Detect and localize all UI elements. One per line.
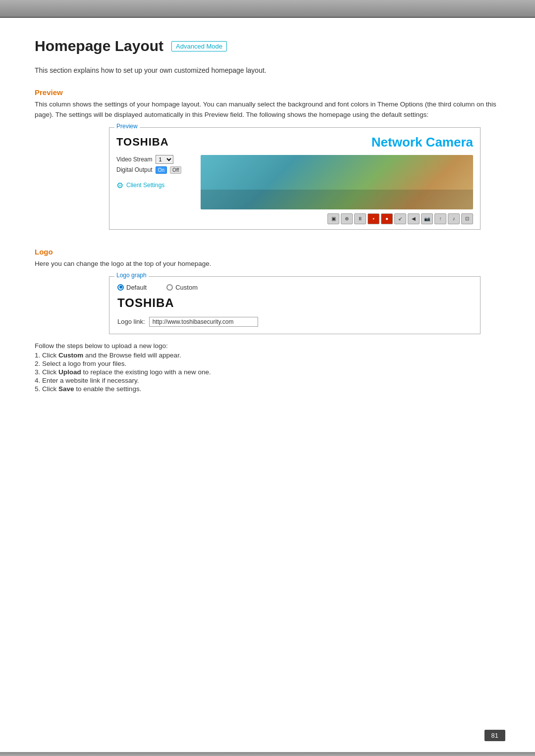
logo-link-label: Logo link: [117,318,145,325]
steps-list: 1. Click Custom and the Browse field wil… [35,352,500,393]
logo-link-row: Logo link: [117,317,472,327]
toolbar-icon-rec[interactable]: ▪ [368,213,379,224]
bottom-bar [0,752,535,756]
default-radio-button[interactable] [117,284,124,291]
toolbar-icon-fullscreen[interactable]: ⊡ [461,213,473,224]
steps-intro: Follow the steps below to upload a new l… [35,342,500,350]
toolbar-icon-audio[interactable]: ♪ [448,213,460,224]
custom-radio-item[interactable]: Custom [166,284,198,291]
step-5: 5. Click Save to enable the settings. [35,385,500,393]
toolbar-icon-down[interactable]: ↙ [394,213,406,224]
logo-link-input[interactable] [149,317,258,327]
client-settings-row: ⚙ Client Settings [116,181,196,190]
gear-icon: ⚙ [116,181,123,190]
logo-radio-row: Default Custom [117,284,472,291]
toshiba-logo-preview: TOSHIBA [116,136,169,149]
digital-output-label: Digital Output [116,166,153,173]
top-bar [0,0,535,18]
page-title: Homepage Layout [35,38,163,54]
page-title-row: Homepage Layout Advanced Mode [35,38,500,54]
step-3: 3. Click Upload to replace the existing … [35,368,500,376]
toolbar-icon-cam[interactable]: 📷 [421,213,433,224]
cam-toolbar: ▣ ⊕ ⏸ ▪ ● ↙ ◀ 📷 ↑ ♪ ⊡ [116,213,473,224]
video-stream-select[interactable]: 1 [156,155,173,164]
toolbar-icon-stop[interactable]: ● [381,213,393,224]
toolbar-icon-pause[interactable]: ⏸ [354,213,366,224]
cam-controls: Video Stream 1 Digital Output On Off ⚙ C… [116,155,196,209]
preview-box-label: Preview [114,123,140,130]
preview-inner: TOSHIBA Network Camera Video Stream 1 Di… [109,128,480,229]
preview-heading: Preview [35,88,500,97]
logo-description: Here you can change the logo at the top … [35,259,500,269]
logo-graph-label: Logo graph [114,272,149,279]
toolbar-icon-up[interactable]: ↑ [434,213,446,224]
toolbar-icon-zoom[interactable]: ⊕ [341,213,353,224]
step-2: 2. Select a logo from your files. [35,360,500,367]
digital-output-row: Digital Output On Off [116,166,196,174]
toolbar-icon-snapshot[interactable]: ▣ [327,213,339,224]
network-camera-title: Network Camera [372,135,473,150]
page-number: 81 [484,730,505,741]
toshiba-logo-main: TOSHIBA [117,296,472,310]
preview-box: Preview TOSHIBA Network Camera Video Str… [109,127,481,230]
cam-image [201,155,473,209]
video-stream-row: Video Stream 1 [116,155,196,164]
main-content: Homepage Layout Advanced Mode This secti… [0,18,535,436]
logo-graph-box: Logo graph Default Custom TOSHIBA Logo l… [109,276,481,334]
default-radio-item[interactable]: Default [117,284,147,291]
preview-description: This column shows the settings of your h… [35,100,500,120]
default-radio-label: Default [126,284,147,291]
logo-section: Logo Here you can change the logo at the… [35,248,500,393]
step-4: 4. Enter a website link if necessary. [35,377,500,384]
cam-header: TOSHIBA Network Camera [116,135,473,150]
cam-body: Video Stream 1 Digital Output On Off ⚙ C… [116,155,473,209]
step-1: 1. Click Custom and the Browse field wil… [35,352,500,359]
client-settings-label[interactable]: Client Settings [126,182,164,189]
custom-radio-button[interactable] [166,284,173,291]
digital-output-off-button[interactable]: Off [170,166,181,174]
intro-text: This section explains how to set up your… [35,66,500,74]
digital-output-on-button[interactable]: On [156,166,167,174]
custom-radio-label: Custom [175,284,198,291]
logo-heading: Logo [35,248,500,256]
toolbar-icon-prev[interactable]: ◀ [408,213,420,224]
video-stream-label: Video Stream [116,156,153,163]
advanced-mode-badge: Advanced Mode [171,41,227,51]
